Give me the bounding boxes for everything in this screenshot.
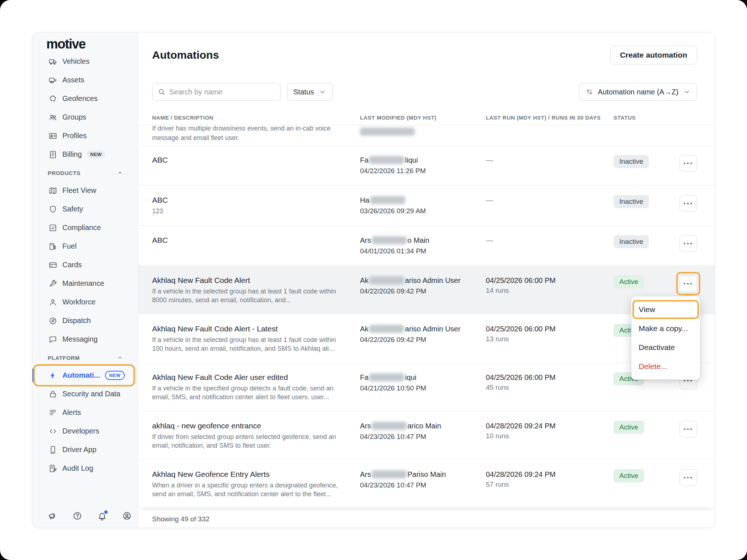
modified-by: Faiqui bbox=[360, 372, 486, 382]
logo-area: motive bbox=[32, 32, 138, 56]
menu-item-deactivate[interactable]: Deactivate bbox=[631, 338, 700, 357]
table-row[interactable]: ABC 123 Ha 03/26/2026 09:29 AM — Inactiv… bbox=[138, 186, 715, 226]
sidebar-item-safety[interactable]: Safety bbox=[32, 200, 138, 218]
status-badge: Inactive bbox=[614, 195, 649, 208]
sidebar-item-groups[interactable]: Groups bbox=[32, 108, 138, 127]
sidebar-item-driver-app[interactable]: Driver App bbox=[32, 440, 138, 459]
chevron-up-icon bbox=[117, 170, 123, 176]
automation-description: 123 bbox=[152, 207, 339, 215]
sidebar-item-audit-log[interactable]: Audit Log bbox=[32, 459, 138, 478]
sidebar-item-vehicles[interactable]: Vehicles bbox=[32, 56, 138, 71]
status-filter-dropdown[interactable]: Status bbox=[287, 83, 333, 101]
last-run-date: 04/25/2026 06:00 PM bbox=[486, 275, 614, 285]
modified-date: 04/22/2026 09:42 PM bbox=[360, 287, 486, 296]
sidebar-item-label: Developers bbox=[62, 427, 99, 435]
create-automation-button[interactable]: Create automation bbox=[610, 46, 697, 65]
table-row[interactable]: Akhlaq New Fault Code Aler user edited I… bbox=[138, 363, 715, 411]
sidebar-item-fleet-view[interactable]: Fleet View bbox=[32, 181, 138, 200]
modified-by: Akariso Admin User bbox=[360, 324, 486, 334]
search-icon bbox=[158, 88, 166, 96]
table-row[interactable]: ABC Arso Main 04/01/2026 01:34 PM — Inac… bbox=[138, 226, 715, 266]
sidebar-item-geofences[interactable]: Geofences bbox=[32, 89, 138, 108]
automation-name: Akhlaq New Fault Code Aler user edited bbox=[152, 372, 360, 382]
redacted-text bbox=[370, 196, 405, 204]
unread-dot bbox=[104, 510, 108, 514]
notifications-icon[interactable] bbox=[97, 511, 107, 521]
dispatch-icon bbox=[49, 316, 57, 325]
search-input[interactable] bbox=[169, 88, 275, 96]
sidebar-item-messaging[interactable]: Messaging bbox=[32, 330, 138, 349]
row-actions-button[interactable]: ··· bbox=[680, 275, 697, 292]
sidebar-item-label: Fuel bbox=[62, 242, 77, 250]
automation-name: Akhlaq New Fault Code Alert - Latest bbox=[152, 324, 360, 334]
phone-icon bbox=[49, 446, 57, 454]
menu-item-delete[interactable]: Delete... bbox=[631, 357, 700, 376]
help-icon[interactable] bbox=[73, 511, 82, 521]
sidebar-item-billing[interactable]: Billing NEW bbox=[32, 145, 138, 164]
sidebar-item-label: Audit Log bbox=[62, 464, 93, 472]
runs-count: 57 runs bbox=[486, 481, 614, 489]
status-badge: Inactive bbox=[614, 155, 649, 168]
sidebar-section-products[interactable]: PRODUCTS bbox=[32, 164, 138, 181]
sidebar-item-alerts[interactable]: Alerts bbox=[32, 403, 138, 422]
section-label: PRODUCTS bbox=[48, 170, 81, 176]
table-row[interactable]: ABC Faliqui 04/22/2026 11:26 PM — Inacti… bbox=[138, 145, 715, 186]
row-actions-button[interactable]: ··· bbox=[680, 235, 697, 252]
sidebar-item-dispatch[interactable]: Dispatch bbox=[32, 311, 138, 330]
sidebar-item-security-and-data[interactable]: Security and Data bbox=[32, 385, 138, 403]
modified-by: Akariso Admin User bbox=[360, 275, 486, 285]
column-name-description: NAME / DESCRIPTION bbox=[152, 114, 360, 121]
redacted-text bbox=[372, 422, 407, 430]
billing-icon bbox=[49, 150, 57, 159]
modified-by: Arso Main bbox=[360, 235, 486, 245]
automation-description: If a vehicle in the selected group has a… bbox=[152, 287, 339, 304]
row-actions-button[interactable]: ··· bbox=[680, 469, 697, 486]
row-actions-button[interactable]: ··· bbox=[680, 195, 697, 212]
table-header: NAME / DESCRIPTIONLAST MODIFIED (MDY HST… bbox=[138, 110, 715, 125]
menu-item-view[interactable]: View bbox=[631, 300, 700, 319]
automation-name: Akhlaq New Fault Code Alert bbox=[152, 275, 360, 285]
last-run-date: 04/28/2026 09:24 PM bbox=[486, 469, 614, 479]
column-status: STATUS bbox=[614, 114, 679, 121]
account-icon[interactable] bbox=[122, 511, 132, 521]
table-row[interactable]: Akhlaq New Geofence Entry Alerts When a … bbox=[138, 460, 715, 508]
sidebar-item-developers[interactable]: Developers bbox=[32, 422, 138, 440]
toolbar: Status Automation name (A→Z) bbox=[138, 81, 715, 103]
sort-dropdown[interactable]: Automation name (A→Z) bbox=[579, 83, 697, 101]
automation-name: ABC bbox=[152, 235, 360, 245]
modified-by: Arsarico Main bbox=[360, 421, 486, 431]
table-row[interactable]: Akhlaq New Fault Code Alert - Latest If … bbox=[138, 314, 715, 363]
sidebar-item-maintenance[interactable]: Maintenance bbox=[32, 274, 138, 293]
table-row[interactable]: Akhlaq New Fault Code Alert If a vehicle… bbox=[138, 266, 715, 314]
sidebar-item-cards[interactable]: Cards bbox=[32, 256, 138, 274]
sidebar-item-workforce[interactable]: Workforce bbox=[32, 293, 138, 311]
row-actions-button[interactable]: ··· bbox=[680, 421, 697, 438]
automation-name: ABC bbox=[152, 155, 360, 165]
sidebar-item-profiles[interactable]: Profiles bbox=[32, 127, 138, 145]
alerts-icon bbox=[49, 408, 57, 417]
sidebar-item-label: Maintenance bbox=[62, 279, 104, 288]
status-badge: Active bbox=[614, 469, 644, 482]
modified-date: 04/21/2026 10:50 PM bbox=[360, 384, 486, 393]
sidebar-item-fuel[interactable]: Fuel bbox=[32, 237, 138, 256]
referrals-icon[interactable] bbox=[48, 511, 57, 521]
search-box[interactable] bbox=[152, 83, 280, 101]
menu-item-make-a-copy[interactable]: Make a copy... bbox=[631, 319, 700, 338]
sidebar-item-assets[interactable]: Assets bbox=[32, 71, 138, 89]
sidebar-item-automati[interactable]: Automati... NEW bbox=[32, 366, 138, 385]
automation-name: Akhlaq New Geofence Entry Alerts bbox=[152, 469, 360, 479]
redacted-text bbox=[369, 276, 404, 284]
modified-date: 03/26/2026 09:29 AM bbox=[360, 206, 486, 216]
status-badge: Active bbox=[614, 275, 644, 288]
new-badge: NEW bbox=[105, 371, 124, 380]
table-row[interactable]: akhlaq - new geofence entrance If driver… bbox=[138, 411, 715, 460]
redacted-text bbox=[369, 373, 404, 381]
sidebar-item-label: Alerts bbox=[62, 408, 81, 417]
row-actions-button[interactable]: ··· bbox=[680, 155, 697, 172]
status-badge: Inactive bbox=[614, 235, 649, 248]
table-row[interactable]: If driver has multiple drowsiness events… bbox=[138, 125, 715, 145]
sidebar-item-label: Automati... bbox=[62, 371, 100, 380]
redacted-text bbox=[360, 128, 415, 136]
sidebar-section-platform[interactable]: PLATFORM bbox=[32, 349, 138, 366]
sidebar-item-compliance[interactable]: Compliance bbox=[32, 218, 138, 237]
